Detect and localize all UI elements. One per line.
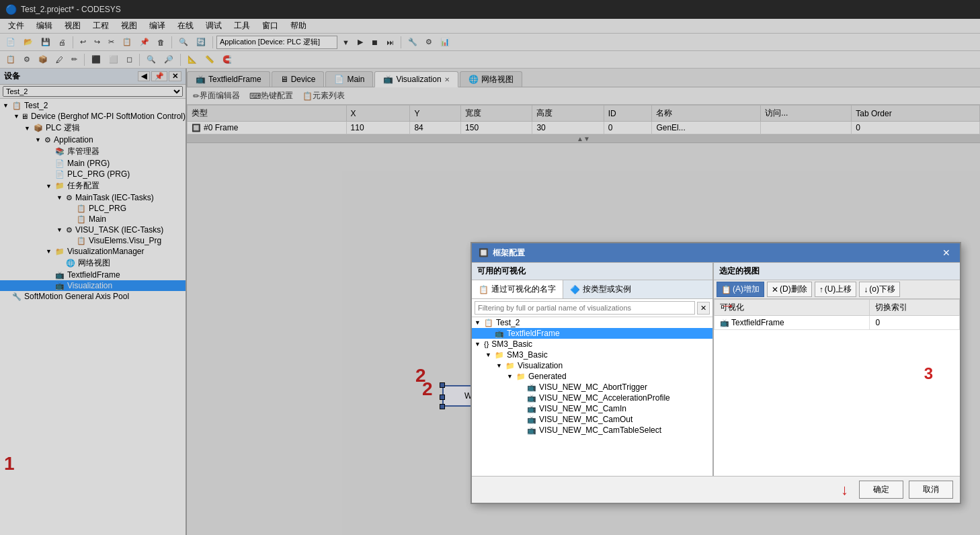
col-vis: 可视化 <box>714 300 870 316</box>
search-clear-btn[interactable]: ✕ <box>697 302 710 315</box>
dialog-close-btn[interactable]: ✕ <box>940 247 953 258</box>
tree-arrow: ▼ <box>475 319 484 326</box>
tab-bytype-label: 按类型或实例 <box>583 284 631 295</box>
tree-item-visualization[interactable]: ▼📁Visualization <box>472 360 712 371</box>
tree-item-camtable[interactable]: 📺VISU_NEW_MC_CamTableSelect <box>472 425 712 436</box>
tree-item-aborttrigger[interactable]: 📺VISU_NEW_MC_AbortTrigger <box>472 382 712 393</box>
dialog-tab-byname[interactable]: 📋 通过可视化的名字 <box>472 280 563 298</box>
cancel-btn[interactable]: 取消 <box>909 481 953 499</box>
tree-icon: 📺 <box>527 383 536 392</box>
dialog-left-panel: 可用的可视化 📋 通过可视化的名字 🔷 按类型或实例 <box>472 263 714 476</box>
add-arrow: → <box>721 297 735 315</box>
up-icon: ↑ <box>819 285 823 294</box>
tree-item-camin[interactable]: 📺VISU_NEW_MC_CamIn <box>472 403 712 414</box>
tree-item-accprofile[interactable]: 📺VISU_NEW_MC_AccelerationProfile <box>472 393 712 403</box>
delete-btn[interactable]: ✕ (D)删除 <box>767 282 812 297</box>
tree-label: VISU_NEW_MC_CamIn <box>539 404 626 413</box>
tree-arrow: ▼ <box>485 352 495 358</box>
tree-label: VISU_NEW_MC_AccelerationProfile <box>539 393 670 403</box>
down-label: (o)下移 <box>869 284 895 295</box>
tree-icon: 📺 <box>527 415 536 424</box>
left-header-text: 可用的可视化 <box>477 266 526 276</box>
tree-label: TextfieldFrame <box>507 329 560 338</box>
dialog-search: ✕ <box>472 299 712 317</box>
add-btn[interactable]: 📋 (A)增加 <box>717 282 764 297</box>
col-index: 切换索引 <box>870 300 960 316</box>
up-label: (U)上移 <box>825 284 852 295</box>
tree-item-sm3basic[interactable]: ▼{}SM3_Basic <box>472 339 712 349</box>
tree-icon: 📁 <box>505 362 515 370</box>
tree-icon: 📺 <box>527 426 536 435</box>
tree-label: SM3_Basic <box>491 339 532 349</box>
dialog-right-header: 选定的视图 <box>714 263 960 280</box>
tree-icon: 📁 <box>495 351 504 360</box>
right-cell-vis: 📺TextfieldFrame <box>714 316 870 330</box>
tree-item-camout[interactable]: 📺VISU_NEW_MC_CamOut <box>472 414 712 425</box>
tree-icon: 📋 <box>484 319 493 327</box>
dialog-right-toolbar: 📋 (A)增加 ✕ (D)删除 ↑ (U)上移 ↓ <box>714 280 960 299</box>
tree-icon: 📺 <box>495 329 504 338</box>
right-table-row[interactable]: 📺TextfieldFrame0 <box>714 316 960 330</box>
dialog-columns: 可用的可视化 📋 通过可视化的名字 🔷 按类型或实例 <box>472 262 960 476</box>
dialog-titlebar: 🔲 框架配置 ✕ <box>472 243 960 262</box>
add-label: (A)增加 <box>733 284 760 295</box>
delete-icon: ✕ <box>772 285 778 294</box>
tree-item-test2root[interactable]: ▼📋Test_2 <box>472 317 712 328</box>
dialog-footer: ↓ 确定 取消 <box>472 476 960 503</box>
dialog-right-table-container: 可视化 切换索引 📺TextfieldFrame0 <box>714 299 960 476</box>
confirm-btn[interactable]: 确定 <box>859 481 903 499</box>
dialog-right-panel: 选定的视图 📋 (A)增加 ✕ (D)删除 ↑ <box>714 263 960 476</box>
tab-icon-type: 🔷 <box>570 285 580 294</box>
right-header-text: 选定的视图 <box>719 266 760 276</box>
dialog-title-text: 框架配置 <box>493 247 525 259</box>
tree-label: VISU_NEW_MC_CamTableSelect <box>539 425 661 435</box>
delete-label: (D)删除 <box>780 284 807 295</box>
tab-byname-label: 通过可视化的名字 <box>491 284 556 295</box>
tree-label: VISU_NEW_MC_CamOut <box>539 415 632 424</box>
tree-label: Test_2 <box>496 318 520 327</box>
tree-label: Visualization <box>518 361 563 370</box>
dialog-tree: ▼📋Test_2📺TextfieldFrame▼{}SM3_Basic▼📁SM3… <box>472 317 712 476</box>
search-input[interactable] <box>475 301 695 315</box>
tree-icon: 📺 <box>527 394 536 403</box>
dialog-tab-bytype[interactable]: 🔷 按类型或实例 <box>563 280 638 298</box>
dialog-overlay: 🔲 框架配置 ✕ 可用的可视化 📋 通过可视化的名字 <box>0 0 980 535</box>
tree-icon: {} <box>484 340 489 348</box>
dialog-title-area: 🔲 框架配置 <box>479 247 525 259</box>
up-btn[interactable]: ↑ (U)上移 <box>815 282 857 297</box>
dialog-body: 可用的可视化 📋 通过可视化的名字 🔷 按类型或实例 <box>472 262 960 503</box>
tree-label: Generated <box>528 372 567 381</box>
num3-label: 3 <box>924 364 933 383</box>
confirm-arrow: ↓ <box>841 481 848 499</box>
frame-config-dialog: 🔲 框架配置 ✕ 可用的可视化 📋 通过可视化的名字 <box>471 242 961 504</box>
tree-item-sm3basicinner[interactable]: ▼📁SM3_Basic <box>472 349 712 360</box>
tree-arrow: ▼ <box>475 341 484 347</box>
down-icon: ↓ <box>864 285 868 294</box>
tree-arrow: ▼ <box>496 362 505 369</box>
dialog-left-header: 可用的可视化 <box>472 263 712 280</box>
tab-icon-doc: 📋 <box>479 285 489 294</box>
tree-arrow: ▼ <box>507 373 516 380</box>
add-icon: 📋 <box>721 285 731 294</box>
tree-item-textfieldframe[interactable]: 📺TextfieldFrame <box>472 328 712 339</box>
right-table: 可视化 切换索引 📺TextfieldFrame0 <box>714 299 960 330</box>
dialog-icon: 🔲 <box>479 248 489 257</box>
right-cell-index: 0 <box>870 316 960 330</box>
tree-label: SM3_Basic <box>507 350 548 360</box>
tree-icon: 📁 <box>516 372 526 381</box>
dialog-tabs: 📋 通过可视化的名字 🔷 按类型或实例 <box>472 280 712 299</box>
down-btn[interactable]: ↓ (o)下移 <box>859 282 900 297</box>
tree-label: VISU_NEW_MC_AbortTrigger <box>539 382 647 392</box>
tree-icon: 📺 <box>527 405 536 413</box>
tree-item-generated[interactable]: ▼📁Generated <box>472 371 712 382</box>
